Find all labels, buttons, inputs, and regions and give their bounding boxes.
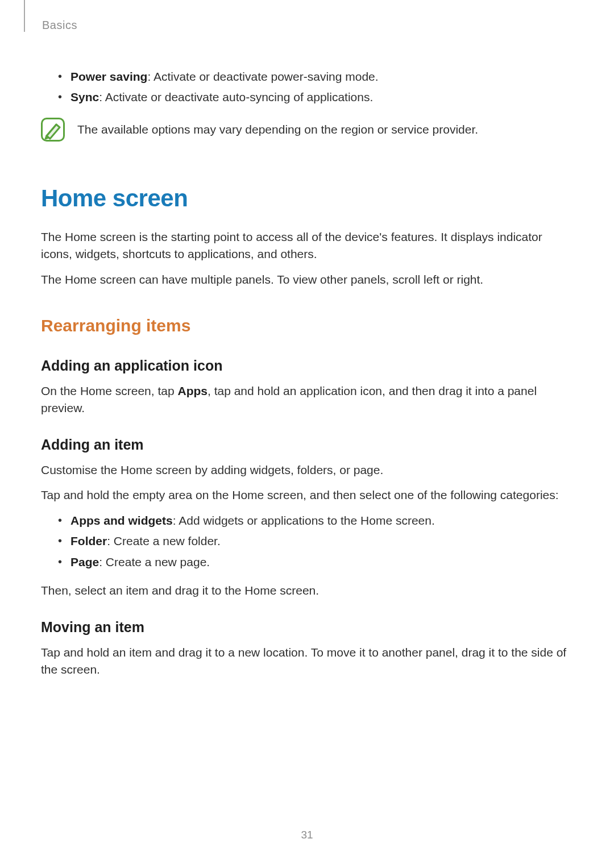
list-item: Power saving: Activate or deactivate pow… <box>58 68 573 85</box>
subsub-title-adding-item: Adding an item <box>41 434 573 455</box>
top-bullet-list: Power saving: Activate or deactivate pow… <box>41 68 573 106</box>
bullet-desc: : Add widgets or applications to the Hom… <box>173 514 435 527</box>
breadcrumb: Basics <box>42 17 573 34</box>
page-number: 31 <box>0 827 614 843</box>
body-text: On the Home screen, tap Apps, tap and ho… <box>41 383 573 417</box>
bullet-desc: : Activate or deactivate auto-syncing of… <box>99 90 373 103</box>
body-text: Then, select an item and drag it to the … <box>41 582 573 599</box>
bullet-term: Sync <box>70 90 99 103</box>
bullet-term: Apps and widgets <box>70 514 173 527</box>
bullet-desc: : Activate or deactivate power-saving mo… <box>147 70 378 83</box>
list-item: Page: Create a new page. <box>58 554 573 571</box>
note-icon <box>41 118 65 142</box>
bullet-term: Power saving <box>70 70 147 83</box>
bullet-desc: : Create a new page. <box>99 555 210 568</box>
body-text: Customise the Home screen by adding widg… <box>41 462 573 479</box>
body-text: The Home screen is the starting point to… <box>41 229 573 263</box>
subsection-title-rearranging: Rearranging items <box>41 313 573 338</box>
bullet-desc: : Create a new folder. <box>107 534 221 547</box>
bullet-term: Page <box>70 555 99 568</box>
subsub-title-adding-app-icon: Adding an application icon <box>41 355 573 376</box>
body-text: The Home screen can have multiple panels… <box>41 271 573 288</box>
list-item: Apps and widgets: Add widgets or applica… <box>58 512 573 529</box>
section-title-home-screen: Home screen <box>41 181 573 216</box>
text-run: On the Home screen, tap <box>41 384 177 397</box>
note-text: The available options may vary depending… <box>77 121 478 138</box>
subsub-title-moving-item: Moving an item <box>41 617 573 637</box>
note-callout: The available options may vary depending… <box>41 118 573 142</box>
adding-item-bullets: Apps and widgets: Add widgets or applica… <box>41 512 573 571</box>
body-text: Tap and hold an item and drag it to a ne… <box>41 644 573 679</box>
list-item: Sync: Activate or deactivate auto-syncin… <box>58 89 573 106</box>
page-header: Basics <box>41 17 573 34</box>
bold-run: Apps <box>177 384 208 397</box>
body-text: Tap and hold the empty area on the Home … <box>41 487 573 504</box>
bullet-term: Folder <box>70 534 107 547</box>
header-rule <box>24 0 25 32</box>
manual-page: Basics Power saving: Activate or deactiv… <box>0 0 614 868</box>
list-item: Folder: Create a new folder. <box>58 533 573 550</box>
